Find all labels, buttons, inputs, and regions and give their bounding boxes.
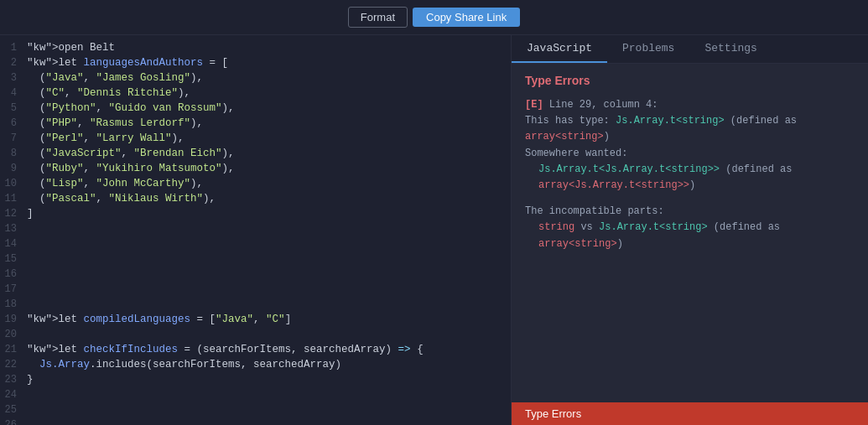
line-number: 22 — [0, 357, 27, 372]
line-number: 13 — [0, 221, 27, 236]
code-line: 5 ("Python", "Guido van Rossum"), — [0, 101, 511, 116]
line-number: 20 — [0, 327, 27, 342]
line-number: 3 — [0, 70, 27, 86]
share-button[interactable]: Copy Share Link — [413, 8, 520, 27]
error-location: [E] Line 29, column 4: — [525, 97, 855, 113]
line-number: 8 — [0, 146, 27, 161]
line-number: 17 — [0, 282, 27, 297]
code-line: 1"kw">open Belt — [0, 40, 511, 55]
main-layout: 1"kw">open Belt2"kw">let languagesAndAut… — [0, 35, 868, 425]
code-line: 19"kw">let compiledLanguages = ["Java", … — [0, 312, 511, 327]
code-line: 7 ("Perl", "Larry Wall"), — [0, 131, 511, 146]
line-content: Js.Array.includes(searchForItems, search… — [27, 357, 341, 372]
line-number: 7 — [0, 131, 27, 146]
code-line: 21"kw">let checkIfIncludes = (searchForI… — [0, 342, 511, 357]
code-line: 9 ("Ruby", "Yukihiro Matsumoto"), — [0, 161, 511, 176]
code-line: 13 — [0, 221, 511, 236]
code-line: 24 — [0, 387, 511, 402]
right-tabs: JavaScript Problems Settings — [512, 35, 868, 64]
line-number: 24 — [0, 387, 27, 402]
line-number: 23 — [0, 372, 27, 387]
line-content: ("PHP", "Rasmus Lerdorf"), — [27, 116, 203, 131]
error-block: [E] Line 29, column 4: This has type: Js… — [525, 97, 855, 252]
line-number: 6 — [0, 116, 27, 131]
line-content: ] — [27, 206, 34, 221]
line-number: 21 — [0, 342, 27, 357]
error-bracket: [E] — [525, 99, 543, 111]
type-errors-title: Type Errors — [525, 74, 855, 87]
code-line: 16 — [0, 267, 511, 282]
line-content: ("JavaScript", "Brendan Eich"), — [27, 146, 235, 161]
line-number: 18 — [0, 297, 27, 312]
bottom-error-bar: Type Errors — [512, 402, 868, 425]
error-incompatible-label: The incompatible parts: — [525, 204, 855, 220]
code-line: 11 ("Pascal", "Niklaus Wirth"), — [0, 191, 511, 206]
line-number: 12 — [0, 206, 27, 221]
line-number: 10 — [0, 176, 27, 191]
code-line: 22 Js.Array.includes(searchForItems, sea… — [0, 357, 511, 372]
code-line: 10 ("Lisp", "John McCarthy"), — [0, 176, 511, 191]
tab-settings[interactable]: Settings — [689, 35, 772, 63]
error-type-line: This has type: Js.Array.t<string> (defin… — [525, 113, 855, 145]
line-content: "kw">let compiledLanguages = ["Java", "C… — [27, 312, 291, 327]
line-number: 19 — [0, 312, 27, 327]
code-line: 2"kw">let languagesAndAuthors = [ — [0, 55, 511, 70]
line-content: "kw">let languagesAndAuthors = [ — [27, 55, 228, 70]
line-number: 15 — [0, 251, 27, 267]
tab-problems[interactable]: Problems — [607, 35, 689, 63]
line-number: 25 — [0, 402, 27, 417]
code-line: 17 — [0, 282, 511, 297]
format-button[interactable]: Format — [348, 7, 408, 28]
code-line: 15 — [0, 251, 511, 267]
line-number: 26 — [0, 417, 27, 425]
line-content: ("Ruby", "Yukihiro Matsumoto"), — [27, 161, 235, 176]
error-wanted-label: Somewhere wanted: — [525, 146, 855, 162]
code-line: 18 — [0, 297, 511, 312]
line-number: 11 — [0, 191, 27, 206]
error-content: Type Errors [E] Line 29, column 4: This … — [512, 64, 868, 402]
code-editor[interactable]: 1"kw">open Belt2"kw">let languagesAndAut… — [0, 35, 512, 425]
line-number: 9 — [0, 161, 27, 176]
line-content: "kw">open Belt — [27, 40, 115, 55]
line-content: "kw">let checkIfIncludes = (searchForIte… — [27, 342, 424, 357]
line-content: ("Perl", "Larry Wall"), — [27, 131, 185, 146]
code-line: 26 — [0, 417, 511, 425]
code-line: 4 ("C", "Dennis Ritchie"), — [0, 86, 511, 101]
line-number: 5 — [0, 101, 27, 116]
line-content: ("C", "Dennis Ritchie"), — [27, 86, 190, 101]
line-content: ("Lisp", "John McCarthy"), — [27, 176, 203, 191]
error-incompatible-detail: string vs Js.Array.t<string> (defined as… — [525, 220, 855, 251]
error-wanted-type: Js.Array.t<Js.Array.t<string>> (defined … — [525, 162, 855, 178]
line-number: 2 — [0, 55, 27, 70]
code-line: 14 — [0, 236, 511, 251]
line-content: ("Pascal", "Niklaus Wirth"), — [27, 191, 216, 206]
line-number: 4 — [0, 86, 27, 101]
line-number: 16 — [0, 267, 27, 282]
right-panel: JavaScript Problems Settings Type Errors… — [512, 35, 868, 425]
line-number: 14 — [0, 236, 27, 251]
code-line: 23} — [0, 372, 511, 387]
line-content: ("Python", "Guido van Rossum"), — [27, 101, 235, 116]
code-line: 20 — [0, 327, 511, 342]
toolbar: Format Copy Share Link — [0, 0, 868, 35]
code-line: 12] — [0, 206, 511, 221]
code-line: 25 — [0, 402, 511, 417]
code-line: 3 ("Java", "James Gosling"), — [0, 70, 511, 86]
line-content: } — [27, 372, 34, 387]
error-wanted-type2: array<Js.Array.t<string>>) — [525, 178, 855, 194]
code-line: 8 ("JavaScript", "Brendan Eich"), — [0, 146, 511, 161]
tab-javascript[interactable]: JavaScript — [512, 35, 607, 63]
line-content: ("Java", "James Gosling"), — [27, 70, 203, 86]
line-number: 1 — [0, 40, 27, 55]
code-line: 6 ("PHP", "Rasmus Lerdorf"), — [0, 116, 511, 131]
